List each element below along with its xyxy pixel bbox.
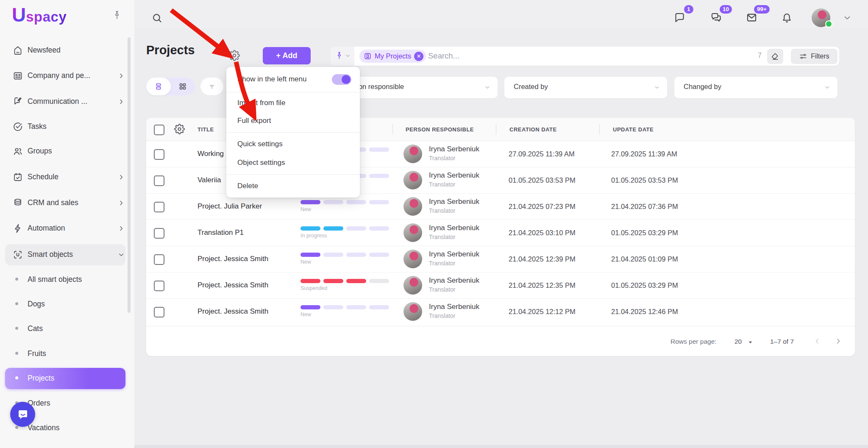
sidebar-scrollbar[interactable] bbox=[128, 37, 131, 313]
row-title[interactable]: Translation P1 bbox=[198, 228, 244, 237]
filters-button[interactable]: Filters bbox=[791, 49, 837, 64]
table-row[interactable]: Translation P1 In progress Iryna Serbeni… bbox=[146, 220, 855, 246]
row-checkbox[interactable] bbox=[154, 149, 164, 160]
select-all-checkbox[interactable] bbox=[154, 125, 164, 135]
changed-by-select[interactable]: Changed by bbox=[674, 77, 837, 98]
uspacy-logo[interactable]: Uspacy bbox=[12, 5, 67, 25]
stage-segment bbox=[300, 305, 320, 309]
chip-close-icon[interactable]: ✕ bbox=[414, 52, 423, 61]
person-role: Translator bbox=[429, 260, 456, 267]
sidebar-subitem-projects[interactable]: Projects bbox=[0, 370, 134, 387]
person-name[interactable]: Iryna Serbeniuk bbox=[429, 171, 479, 180]
sidebar-pin-icon[interactable] bbox=[112, 10, 122, 20]
group-chat-badge: 10 bbox=[720, 5, 732, 14]
bullet-icon bbox=[15, 426, 18, 429]
created-by-select[interactable]: Created by bbox=[504, 77, 667, 98]
next-page-icon[interactable] bbox=[834, 337, 843, 345]
row-title[interactable]: Working bbox=[198, 150, 224, 158]
page-range: 1–7 of 7 bbox=[770, 338, 794, 345]
person-name[interactable]: Iryna Serbeniuk bbox=[429, 303, 479, 311]
column-header-update[interactable]: UPDATE DATE bbox=[613, 126, 654, 133]
menu-item-show-in-left-menu[interactable]: Show in the left menu bbox=[226, 71, 360, 87]
stage-segment bbox=[300, 279, 320, 283]
avatar bbox=[403, 171, 422, 189]
mail-badge: 99+ bbox=[754, 5, 770, 14]
table-settings-gear-icon[interactable] bbox=[174, 124, 185, 134]
page-settings-gear-icon[interactable] bbox=[229, 50, 240, 61]
table-row[interactable]: Project. Jessica Smith New Iryna Serbeni… bbox=[146, 246, 855, 273]
filter-count: 7 bbox=[758, 52, 762, 59]
menu-item-import-from-file[interactable]: Import from file bbox=[226, 95, 360, 111]
sidebar-subitem-cats[interactable]: Cats bbox=[0, 320, 134, 337]
rows-per-page-select[interactable]: 20 bbox=[734, 338, 742, 345]
row-title[interactable]: Project. Jessica Smith bbox=[198, 281, 268, 289]
row-title[interactable]: Project. Jessica Smith bbox=[198, 307, 268, 316]
saved-filter-pin-button[interactable] bbox=[331, 47, 354, 66]
menu-item-object-settings[interactable]: Object settings bbox=[226, 155, 360, 171]
menu-item-quick-settings[interactable]: Quick settings bbox=[226, 136, 360, 152]
row-checkbox[interactable] bbox=[154, 307, 164, 317]
search-bar: My Projects ✕ Search... 7 Filters bbox=[331, 47, 839, 66]
sidebar-item-crm[interactable]: CRM and sales bbox=[0, 194, 134, 212]
person-name[interactable]: Iryna Serbeniuk bbox=[429, 276, 479, 285]
stage-segment bbox=[323, 226, 343, 231]
column-header-creation[interactable]: CREATION DATE bbox=[509, 126, 557, 133]
column-header-title[interactable]: TITLE bbox=[198, 126, 214, 133]
menu-item-delete[interactable]: Delete bbox=[226, 178, 360, 194]
table-row[interactable]: Project. Jessica Smith Suspended Iryna S… bbox=[146, 272, 855, 299]
row-title[interactable]: Project. Julia Parker bbox=[198, 202, 262, 211]
sidebar-item-automation[interactable]: Automation bbox=[0, 219, 134, 238]
search-icon[interactable] bbox=[151, 12, 163, 24]
stage-segment bbox=[323, 253, 343, 257]
sidebar-item-newsfeed[interactable]: Newsfeed bbox=[0, 41, 134, 60]
menu-divider bbox=[226, 174, 360, 175]
support-chat-launcher[interactable] bbox=[10, 402, 35, 427]
add-button[interactable]: + Add bbox=[263, 47, 311, 64]
person-name[interactable]: Iryna Serbeniuk bbox=[429, 250, 479, 259]
list-view-button[interactable] bbox=[146, 78, 171, 95]
caret-down-icon[interactable] bbox=[747, 339, 754, 345]
stage-segment bbox=[300, 200, 320, 204]
row-checkbox[interactable] bbox=[154, 202, 164, 212]
sidebar-item-communication[interactable]: Communication ... bbox=[0, 92, 134, 111]
search-input[interactable]: Search... bbox=[428, 51, 459, 61]
column-header-person[interactable]: PERSON RESPONSIBLE bbox=[406, 126, 474, 133]
show-in-left-menu-toggle[interactable] bbox=[332, 74, 351, 85]
sidebar-subitem-dogs[interactable]: Dogs bbox=[0, 296, 134, 313]
sidebar-item-smart-objects-row[interactable]: Smart objects bbox=[0, 245, 134, 264]
stage-segment bbox=[300, 226, 320, 231]
profile-chevron-down-icon[interactable] bbox=[843, 13, 852, 22]
row-title[interactable]: Valeriia bbox=[198, 176, 221, 184]
sidebar-item-schedule[interactable]: Schedule bbox=[0, 168, 134, 186]
menu-item-full-export[interactable]: Full export bbox=[226, 113, 360, 129]
sidebar-item-tasks[interactable]: Tasks bbox=[0, 117, 134, 136]
chat-icon[interactable] bbox=[674, 12, 685, 23]
crm-database-icon bbox=[13, 198, 23, 208]
update-date: 21.04.2025 01:09 PM bbox=[611, 255, 678, 263]
row-checkbox[interactable] bbox=[154, 254, 164, 265]
grid-view-button[interactable] bbox=[178, 82, 187, 91]
row-checkbox[interactable] bbox=[154, 175, 164, 186]
row-checkbox[interactable] bbox=[154, 281, 164, 291]
person-name[interactable]: Iryna Serbeniuk bbox=[429, 198, 479, 206]
sidebar-subitem-all-smart-objects[interactable]: All smart objects bbox=[0, 271, 134, 288]
stage-segment bbox=[323, 305, 343, 309]
sidebar-subitem-fruits[interactable]: Fruits bbox=[0, 345, 134, 362]
sidebar-item-groups[interactable]: Groups bbox=[0, 142, 134, 161]
sidebar-item-company[interactable]: Company and pe... bbox=[0, 67, 134, 85]
row-checkbox[interactable] bbox=[154, 228, 164, 239]
prev-page-icon[interactable] bbox=[813, 337, 821, 345]
group-chat-icon[interactable] bbox=[710, 12, 722, 23]
update-date: 01.05.2025 03:29 PM bbox=[611, 281, 678, 289]
my-projects-filter-chip[interactable]: My Projects ✕ bbox=[359, 50, 426, 63]
mail-icon[interactable] bbox=[746, 12, 757, 23]
bell-icon[interactable] bbox=[781, 12, 793, 23]
sort-button[interactable] bbox=[200, 78, 223, 95]
stage-segment bbox=[369, 200, 389, 204]
table-row[interactable]: Project. Jessica Smith New Iryna Serbeni… bbox=[146, 298, 855, 325]
person-name[interactable]: Iryna Serbeniuk bbox=[429, 224, 479, 232]
person-name[interactable]: Iryna Serbeniuk bbox=[429, 145, 479, 153]
avatar bbox=[403, 276, 422, 295]
row-title[interactable]: Project. Jessica Smith bbox=[198, 255, 268, 263]
clear-filters-button[interactable] bbox=[767, 49, 783, 64]
